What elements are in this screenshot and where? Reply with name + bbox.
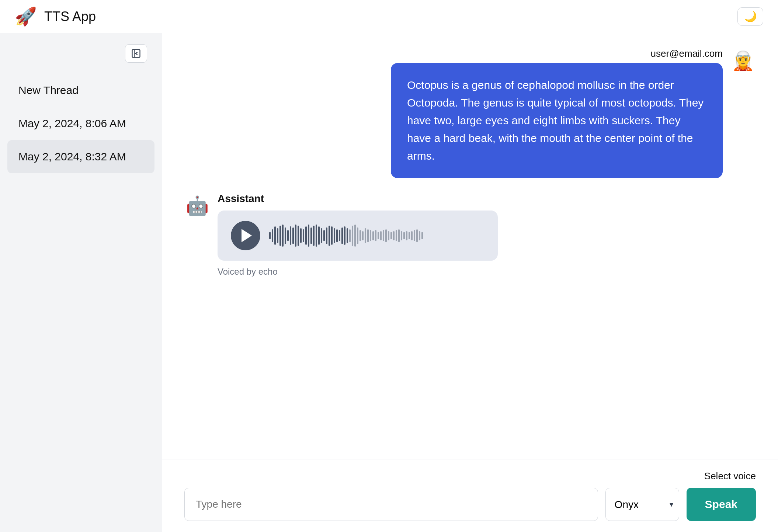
play-icon bbox=[242, 229, 252, 242]
dark-mode-button[interactable]: 🌙 bbox=[737, 7, 763, 26]
header: 🚀 TTS App 🌙 bbox=[0, 0, 778, 33]
collapse-sidebar-button[interactable] bbox=[125, 44, 147, 63]
assistant-message-container: 🤖 Assistant Voiced by echo bbox=[184, 193, 756, 277]
chat-area: user@email.com Octopus is a genus of cep… bbox=[162, 33, 778, 532]
assistant-avatar: 🤖 bbox=[184, 193, 210, 219]
header-left: 🚀 TTS App bbox=[15, 6, 96, 27]
user-email: user@email.com bbox=[651, 48, 723, 59]
sidebar: New Thread May 2, 2024, 8:06 AM May 2, 2… bbox=[0, 33, 162, 532]
voice-select[interactable]: OnyxEchoAlloyFableNovaShimmer bbox=[605, 488, 679, 521]
voiced-by-label: Voiced by echo bbox=[218, 267, 498, 277]
assistant-message-content: Assistant Voiced by echo bbox=[218, 193, 498, 277]
assistant-name: Assistant bbox=[218, 193, 498, 205]
app-title: TTS App bbox=[44, 9, 96, 24]
audio-player bbox=[218, 211, 498, 261]
user-message-container: user@email.com Octopus is a genus of cep… bbox=[184, 48, 756, 178]
app-logo: 🚀 bbox=[15, 6, 37, 27]
speak-button[interactable]: Speak bbox=[687, 488, 756, 521]
sidebar-item-thread-2[interactable]: May 2, 2024, 8:32 AM bbox=[7, 140, 154, 173]
sidebar-items: New Thread May 2, 2024, 8:06 AM May 2, 2… bbox=[0, 74, 162, 173]
play-button[interactable] bbox=[231, 221, 260, 250]
header-right: 🌙 bbox=[737, 7, 763, 26]
sidebar-item-new-thread[interactable]: New Thread bbox=[7, 74, 154, 107]
user-message-bubble: Octopus is a genus of cephalopod mollusc… bbox=[391, 63, 723, 178]
sidebar-item-thread-1[interactable]: May 2, 2024, 8:06 AM bbox=[7, 107, 154, 140]
bottom-area: Select voice OnyxEchoAlloyFableNovaShimm… bbox=[162, 459, 778, 532]
main-layout: New Thread May 2, 2024, 8:06 AM May 2, 2… bbox=[0, 33, 778, 532]
voice-select-wrapper: OnyxEchoAlloyFableNovaShimmer ▾ bbox=[605, 488, 679, 521]
sidebar-header bbox=[0, 33, 162, 74]
waveform bbox=[269, 225, 484, 247]
text-input[interactable] bbox=[184, 488, 598, 521]
input-row: OnyxEchoAlloyFableNovaShimmer ▾ Speak bbox=[184, 488, 756, 521]
user-avatar: 🧝 bbox=[730, 48, 756, 74]
chat-messages: user@email.com Octopus is a genus of cep… bbox=[162, 33, 778, 459]
voice-select-label: Select voice bbox=[184, 470, 756, 482]
user-message-right: user@email.com Octopus is a genus of cep… bbox=[391, 48, 723, 178]
